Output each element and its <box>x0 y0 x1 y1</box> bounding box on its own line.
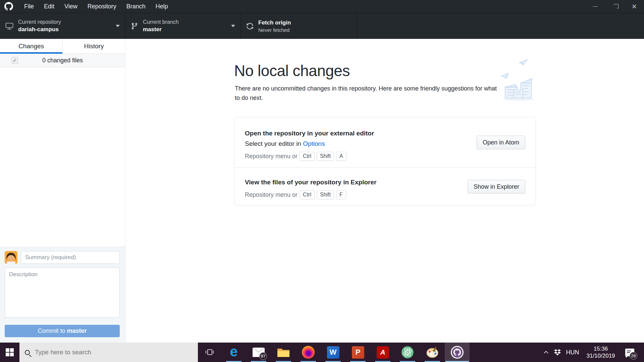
commit-description-textarea[interactable] <box>5 267 120 318</box>
taskbar-app-acrobat[interactable]: A <box>370 343 395 362</box>
suggestion-cards: Open the repository in your external edi… <box>234 117 536 205</box>
key-f: F <box>336 190 346 199</box>
changed-files-count: 0 changed files <box>0 57 125 64</box>
chevron-down-icon <box>116 25 120 27</box>
sync-icon <box>246 22 254 30</box>
suggestion-open-editor: Open the repository in your external edi… <box>234 117 536 168</box>
page-title: No local changes <box>234 62 350 80</box>
menu-help[interactable]: Help <box>151 0 173 13</box>
menu-file[interactable]: File <box>19 0 39 13</box>
search-icon <box>25 350 30 355</box>
edge-icon: e <box>230 345 237 359</box>
close-icon: ✕ <box>632 3 637 10</box>
word-icon: W <box>327 346 339 359</box>
taskbar-app-edge[interactable]: e <box>221 343 246 362</box>
close-button[interactable]: ✕ <box>625 0 644 13</box>
open-in-atom-button[interactable]: Open in Atom <box>477 136 525 149</box>
file-explorer-icon <box>277 347 290 358</box>
taskbar-search[interactable] <box>19 343 198 362</box>
search-input[interactable] <box>35 349 193 356</box>
menu-branch[interactable]: Branch <box>121 0 151 13</box>
taskbar-app-file-explorer[interactable] <box>271 343 296 362</box>
github-desktop-window: File Edit View Repository Branch Help ✕ … <box>0 0 644 362</box>
options-link[interactable]: Options <box>303 140 325 147</box>
taskbar-app-word[interactable]: W <box>321 343 345 362</box>
chevron-down-icon <box>231 25 235 27</box>
shortcut-prefix: Repository menu or <box>245 191 298 198</box>
page-subtitle: There are no uncommitted changes in this… <box>235 84 503 103</box>
menu-edit[interactable]: Edit <box>39 0 59 13</box>
restore-button[interactable] <box>605 0 625 13</box>
minimize-icon <box>593 6 598 7</box>
commit-button-branch: master <box>67 327 87 334</box>
show-in-explorer-button[interactable]: Show in Explorer <box>468 180 525 193</box>
paper-stack-illustration-icon <box>498 56 542 103</box>
sidebar: Changes History ✓ 0 changed files Commit… <box>0 39 125 343</box>
current-repository-button[interactable]: Current repository dariah-campus <box>0 13 125 39</box>
taskbar-app-github-desktop[interactable] <box>445 343 470 362</box>
language-indicator[interactable]: HUN <box>564 349 582 356</box>
suggestion-show-explorer: View the files of your repository in Exp… <box>234 168 536 205</box>
date: 31/10/2019 <box>582 352 620 359</box>
commit-button[interactable]: Commit to master <box>5 325 120 337</box>
commit-summary-input[interactable] <box>21 251 120 264</box>
tab-changes[interactable]: Changes <box>0 39 63 53</box>
main-pane: No local changes There are no uncommitte… <box>125 39 644 343</box>
paint-palette-icon <box>426 346 439 358</box>
windows-logo-icon <box>5 348 14 357</box>
key-shift: Shift <box>317 190 334 199</box>
clock[interactable]: 15:36 31/10/2019 <box>582 345 620 359</box>
taskbar-app-paint[interactable] <box>420 343 445 362</box>
firefox-icon <box>302 346 315 359</box>
taskbar-app-atom[interactable] <box>395 343 420 362</box>
key-a: A <box>336 152 346 161</box>
card-line-text: Select your editor in <box>245 140 303 147</box>
chevron-up-icon <box>543 351 549 354</box>
github-desktop-icon <box>450 346 464 359</box>
key-shift: Shift <box>317 152 334 161</box>
toolbar: Current repository dariah-campus Current… <box>0 13 644 39</box>
avatar <box>5 251 17 264</box>
current-branch-label: Current branch <box>143 19 179 25</box>
fetch-origin-button[interactable]: Fetch origin Never fetched <box>241 13 357 39</box>
atom-icon <box>401 346 414 359</box>
current-repository-label: Current repository <box>18 19 61 25</box>
show-hidden-icons-button[interactable] <box>541 351 551 354</box>
window-controls: ✕ <box>586 0 644 13</box>
commit-button-prefix: Commit to <box>38 327 67 334</box>
powerpoint-icon: P <box>352 346 364 359</box>
shortcut-hint: Repository menu or Ctrl Shift A <box>245 152 525 161</box>
menu-repository[interactable]: Repository <box>83 0 121 13</box>
action-center-button[interactable]: 28 <box>620 343 639 362</box>
task-view-button[interactable] <box>198 343 221 362</box>
minimize-button[interactable] <box>586 0 605 13</box>
content: Changes History ✓ 0 changed files Commit… <box>0 39 644 343</box>
dropbox-icon <box>554 349 561 356</box>
sidebar-tabs: Changes History <box>0 39 125 54</box>
current-repository-value: dariah-campus <box>18 26 61 33</box>
key-ctrl: Ctrl <box>300 190 315 199</box>
git-branch-icon <box>131 22 138 30</box>
tab-history[interactable]: History <box>63 39 125 53</box>
restore-icon <box>613 5 617 9</box>
system-tray: HUN 15:36 31/10/2019 28 <box>541 343 644 362</box>
github-logo-icon <box>4 2 13 11</box>
fetch-origin-label: Fetch origin <box>258 19 291 26</box>
time: 15:36 <box>582 345 620 352</box>
changed-files-list <box>0 67 125 247</box>
dropbox-tray-button[interactable] <box>551 349 564 356</box>
taskbar-app-firefox[interactable] <box>296 343 321 362</box>
commit-form: Commit to master <box>0 247 125 343</box>
current-branch-value: master <box>143 26 179 33</box>
acrobat-icon: A <box>377 346 389 359</box>
shortcut-prefix: Repository menu or <box>245 153 298 160</box>
menubar: File Edit View Repository Branch Help ✕ <box>0 0 644 13</box>
menu-view[interactable]: View <box>59 0 83 13</box>
taskbar-app-powerpoint[interactable]: P <box>345 343 370 362</box>
key-ctrl: Ctrl <box>300 152 315 161</box>
start-button[interactable] <box>0 343 19 362</box>
mail-unread-badge: 97 <box>259 352 267 360</box>
taskbar-app-mail[interactable]: 97 <box>246 343 271 362</box>
taskbar: e 97 W P A HUN 15:3 <box>0 343 644 362</box>
current-branch-button[interactable]: Current branch master <box>125 13 241 39</box>
